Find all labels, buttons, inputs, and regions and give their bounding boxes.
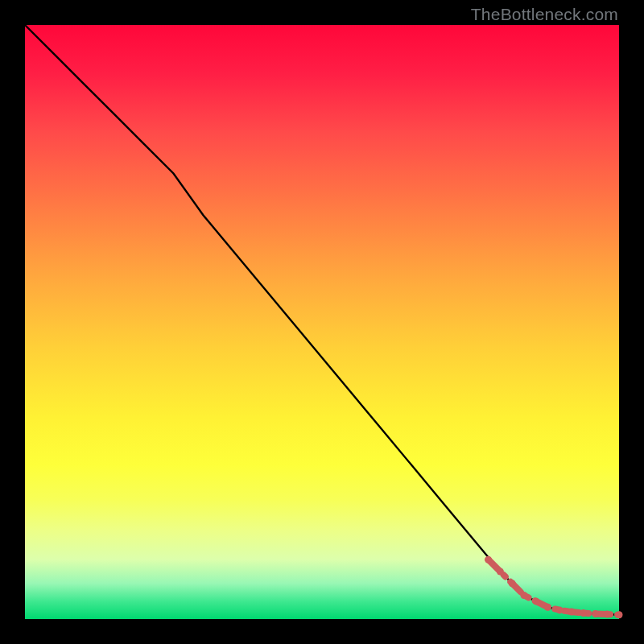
- dotted-point: [568, 609, 576, 616]
- chart-curve-layer: [25, 25, 619, 619]
- chart-frame: TheBottleneck.com: [0, 0, 644, 644]
- dotted-point: [532, 597, 539, 605]
- dotted-segment-group: [485, 556, 622, 619]
- dotted-point: [592, 610, 599, 617]
- main-curve-path: [25, 25, 619, 615]
- watermark-label: TheBottleneck.com: [471, 5, 618, 24]
- dotted-point: [556, 606, 564, 613]
- dotted-segment-path: [489, 559, 619, 615]
- dotted-point: [509, 580, 516, 587]
- dotted-point: [616, 611, 623, 618]
- dotted-point: [580, 609, 587, 617]
- dotted-point: [485, 556, 492, 564]
- dotted-point: [497, 568, 504, 576]
- dotted-point: [604, 611, 611, 618]
- dotted-point: [520, 592, 527, 599]
- dotted-point: [544, 604, 551, 611]
